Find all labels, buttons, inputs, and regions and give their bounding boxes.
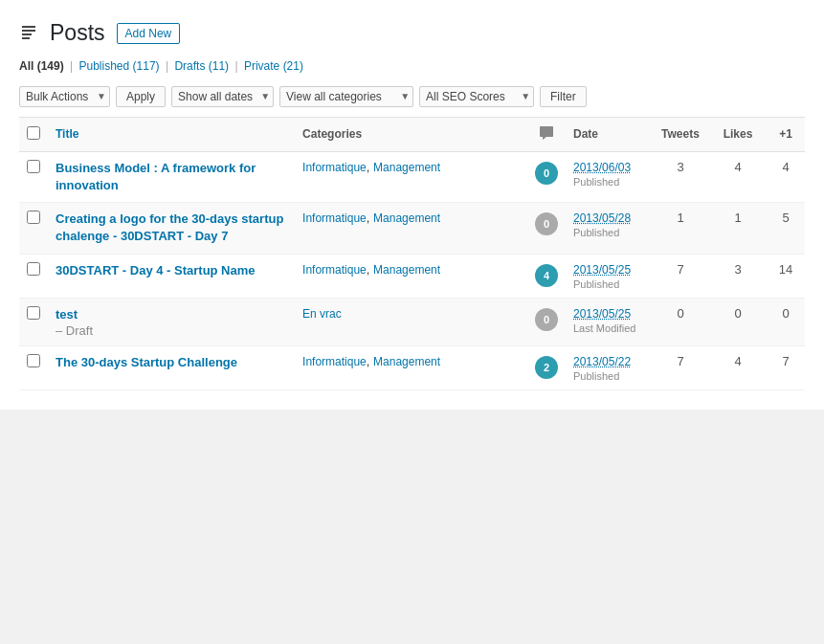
comment-bubble-link[interactable]: 0: [535, 216, 558, 231]
header-likes: Likes: [709, 117, 767, 151]
row-checkbox[interactable]: [27, 306, 40, 320]
header-comments: [527, 117, 566, 151]
filter-drafts-link[interactable]: Drafts (11): [174, 59, 229, 73]
post-date: 2013/05/28: [573, 211, 631, 225]
table-row: The 30-days Startup Challenge Informatiq…: [19, 345, 805, 389]
add-new-button[interactable]: Add New: [117, 23, 181, 44]
category-link[interactable]: Management: [373, 355, 440, 368]
post-status: Published: [573, 176, 644, 188]
comment-count-badge: 2: [535, 356, 558, 379]
dates-filter-wrapper: Show all dates ▼: [171, 86, 274, 107]
category-link[interactable]: Informatique: [302, 263, 367, 277]
row-categories-cell: Informatique, Management: [295, 345, 527, 389]
category-link[interactable]: Informatique: [302, 355, 367, 368]
row-date-cell: 2013/05/28 Published: [566, 203, 652, 254]
row-date-cell: 2013/05/25 Last Modified: [566, 298, 652, 345]
category-link[interactable]: Management: [373, 161, 440, 174]
row-checkbox[interactable]: [27, 160, 40, 173]
comment-bubble-link[interactable]: 2: [535, 360, 558, 374]
comment-bubble-link[interactable]: 0: [535, 312, 558, 326]
post-status: Last Modified: [573, 322, 644, 334]
filter-all-link[interactable]: All (149): [19, 59, 64, 73]
row-plus-cell: 5: [767, 203, 805, 254]
page-title: Posts: [50, 19, 105, 48]
header-date: Date: [566, 117, 652, 151]
bulk-actions-wrapper: Bulk Actions ▼: [19, 86, 110, 107]
row-checkbox-cell: [19, 345, 48, 389]
row-categories-cell: Informatique, Management: [295, 254, 527, 298]
row-categories-cell: Informatique, Management: [295, 151, 527, 202]
table-row: Business Model : A framework for innovat…: [19, 151, 805, 202]
row-comments-cell: 0: [527, 298, 566, 345]
row-title-cell: test – Draft: [48, 298, 295, 345]
row-tweets-cell: 7: [652, 254, 709, 298]
comment-bubble-link[interactable]: 0: [535, 166, 558, 180]
row-checkbox[interactable]: [27, 262, 40, 276]
post-date: 2013/05/25: [573, 263, 631, 277]
comment-count-badge: 4: [535, 264, 558, 287]
header-title[interactable]: Title: [48, 117, 295, 151]
row-title-cell: Business Model : A framework for innovat…: [48, 151, 295, 202]
table-nav: Bulk Actions ▼ Apply Show all dates ▼ Vi…: [19, 80, 805, 115]
row-tweets-cell: 1: [652, 203, 709, 254]
comment-count-badge: 0: [535, 212, 558, 235]
category-link[interactable]: Management: [373, 211, 440, 225]
dates-filter-select[interactable]: Show all dates: [171, 86, 274, 107]
row-likes-cell: 3: [709, 254, 767, 298]
row-categories-cell: Informatique, Management: [295, 203, 527, 254]
table-row: 30DSTART - Day 4 - Startup Name Informat…: [19, 254, 805, 298]
header-categories: Categories: [295, 117, 527, 151]
row-checkbox-cell: [19, 203, 48, 254]
seo-filter-wrapper: All SEO Scores ▼: [419, 86, 534, 107]
row-plus-cell: 14: [767, 254, 805, 298]
row-categories-cell: En vrac: [295, 298, 527, 345]
select-all-checkbox[interactable]: [27, 126, 40, 140]
filter-published-link[interactable]: Published (117): [79, 59, 160, 73]
row-date-cell: 2013/05/22 Published: [566, 345, 652, 389]
posts-icon: [19, 24, 38, 43]
row-title-cell: The 30-days Startup Challenge: [48, 345, 295, 389]
row-comments-cell: 0: [527, 151, 566, 202]
category-link[interactable]: En vrac: [302, 307, 342, 321]
row-checkbox[interactable]: [27, 211, 40, 224]
row-plus-cell: 7: [767, 345, 805, 389]
row-date-cell: 2013/05/25 Published: [566, 254, 652, 298]
table-row: Creating a logo for the 30-days startup …: [19, 203, 805, 254]
comment-bubble-link[interactable]: 4: [535, 268, 558, 282]
post-title-link[interactable]: test: [56, 306, 287, 323]
row-likes-cell: 4: [709, 345, 767, 389]
post-status: Published: [573, 370, 644, 382]
row-tweets-cell: 0: [652, 298, 709, 345]
post-date: 2013/05/22: [573, 355, 631, 368]
row-checkbox[interactable]: [27, 354, 40, 367]
category-link[interactable]: Informatique: [302, 161, 367, 174]
row-likes-cell: 4: [709, 151, 767, 202]
post-date: 2013/05/25: [573, 307, 631, 321]
post-status: Published: [573, 227, 644, 238]
table-header-row: Title Categories Date Tweets Likes +1: [19, 117, 805, 151]
post-status: Published: [573, 278, 644, 290]
category-link[interactable]: Management: [373, 263, 440, 277]
seo-filter-select[interactable]: All SEO Scores: [419, 86, 534, 107]
comment-count-badge: 0: [535, 162, 558, 185]
apply-button[interactable]: Apply: [116, 86, 166, 107]
post-title-link[interactable]: 30DSTART - Day 4 - Startup Name: [56, 262, 287, 279]
filter-links: All (149) | Published (117) | Drafts (11…: [19, 56, 805, 80]
post-title-link[interactable]: Business Model : A framework for innovat…: [56, 160, 287, 194]
row-checkbox-cell: [19, 298, 48, 345]
filter-button[interactable]: Filter: [540, 86, 587, 107]
bulk-actions-select[interactable]: Bulk Actions: [19, 86, 110, 107]
row-checkbox-cell: [19, 254, 48, 298]
comment-count-badge: 0: [535, 308, 558, 331]
row-date-cell: 2013/06/03 Published: [566, 151, 652, 202]
row-plus-cell: 4: [767, 151, 805, 202]
post-title-link[interactable]: The 30-days Startup Challenge: [56, 354, 287, 371]
row-tweets-cell: 7: [652, 345, 709, 389]
table-row: test – Draft En vrac 0 2013/05/25 Last M…: [19, 298, 805, 345]
filter-private-link[interactable]: Private (21): [244, 59, 303, 73]
category-link[interactable]: Informatique: [302, 211, 367, 225]
post-title-link[interactable]: Creating a logo for the 30-days startup …: [56, 211, 287, 245]
row-comments-cell: 2: [527, 345, 566, 389]
posts-table: Title Categories Date Tweets Likes +1 Bu…: [19, 117, 805, 390]
categories-filter-select[interactable]: View all categories: [279, 86, 413, 107]
